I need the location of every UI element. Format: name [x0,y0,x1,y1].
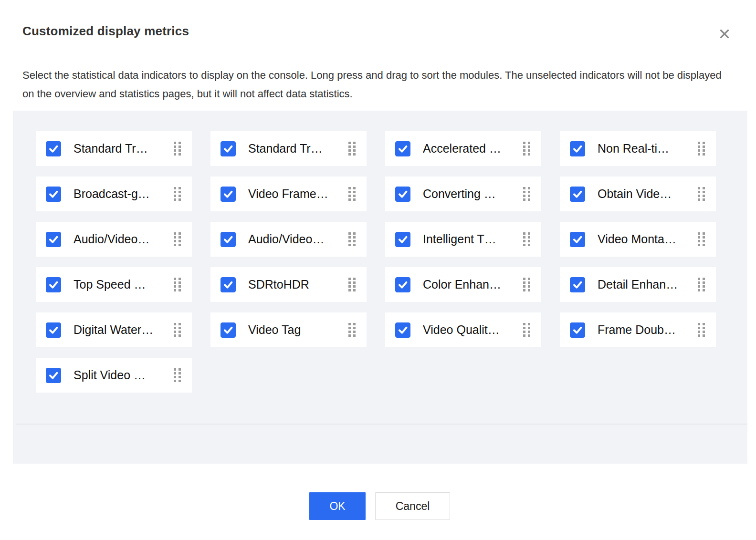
drag-handle-icon[interactable] [348,187,356,201]
checkbox[interactable] [46,277,61,292]
checkbox[interactable] [46,187,61,202]
drag-handle-icon[interactable] [523,232,530,246]
metrics-grid: Standard Tr… Standard Tr… Accelerated … [36,131,716,393]
check-icon [396,142,410,156]
check-icon [47,233,60,246]
metric-item[interactable]: Converting … [385,177,541,211]
metric-item[interactable]: Audio/Video… [36,222,192,257]
checkbox[interactable] [570,322,585,338]
drag-handle-icon[interactable] [174,232,181,246]
check-icon [571,278,584,291]
checkbox[interactable] [395,141,410,156]
metric-item[interactable]: Detail Enhan… [560,267,716,302]
metric-item[interactable]: Non Real-ti… [560,131,716,166]
checkbox[interactable] [220,232,236,247]
cancel-button[interactable]: Cancel [375,492,450,520]
metric-label: SDRtoHDR [248,278,309,291]
drag-handle-icon[interactable] [174,323,181,337]
checkbox[interactable] [46,141,61,156]
drag-handle-icon[interactable] [523,187,530,201]
check-icon [221,323,235,337]
drag-handle-icon[interactable] [523,323,530,337]
metric-item[interactable]: Top Speed … [36,267,192,302]
drag-handle-icon[interactable] [174,278,181,291]
metric-item[interactable]: Video Tag [210,312,367,347]
checkbox[interactable] [46,368,61,383]
checkbox[interactable] [395,322,410,338]
drag-handle-icon[interactable] [174,187,181,201]
metric-item[interactable]: Split Video … [36,358,192,393]
check-icon [396,233,410,246]
metric-item[interactable]: Color Enhan… [385,267,541,302]
drag-handle-icon[interactable] [174,142,181,156]
metric-item[interactable]: Intelligent T… [385,222,541,257]
drag-handle-icon[interactable] [348,142,356,156]
drag-handle-icon[interactable] [523,278,530,291]
checkbox[interactable] [570,141,585,156]
metric-label: Top Speed … [74,278,146,291]
drag-handle-icon[interactable] [174,368,181,382]
checkbox[interactable] [395,232,410,247]
drag-handle-icon[interactable] [698,323,705,337]
check-icon [396,278,410,291]
check-icon [571,323,584,337]
metric-item[interactable]: Video Qualit… [385,312,541,347]
drag-handle-icon[interactable] [523,142,530,156]
check-icon [571,142,584,156]
metric-label: Non Real-ti… [598,142,669,156]
metric-label: Video Tag [248,323,301,337]
drag-handle-icon[interactable] [348,323,356,337]
checkbox[interactable] [395,187,410,202]
metric-item[interactable]: Obtain Vide… [560,177,716,211]
ok-button[interactable]: OK [309,492,366,520]
metric-item[interactable]: Video Frame… [210,177,367,211]
close-icon [717,27,732,41]
metric-label: Frame Doub… [598,323,676,337]
metric-item[interactable]: Frame Doub… [560,312,716,347]
metric-label: Video Frame… [248,187,328,201]
check-icon [221,278,235,291]
checkbox[interactable] [570,232,585,247]
drag-handle-icon[interactable] [348,278,356,291]
drag-handle-icon[interactable] [348,232,356,246]
checkbox[interactable] [220,187,236,202]
metric-item[interactable]: Digital Water… [36,312,192,347]
check-icon [396,323,410,337]
metric-item[interactable]: Standard Tr… [36,131,192,166]
metric-label: Obtain Vide… [598,187,672,201]
checkbox[interactable] [570,187,585,202]
metric-label: Video Qualit… [423,323,500,337]
check-icon [571,187,584,201]
check-icon [221,187,235,201]
checkbox[interactable] [46,232,61,247]
check-icon [221,233,235,246]
metric-item[interactable]: Broadcast-g… [36,177,192,211]
checkbox[interactable] [46,322,61,338]
drag-handle-icon[interactable] [698,278,705,291]
check-icon [47,187,60,201]
metric-label: Standard Tr… [74,142,148,156]
metric-item[interactable]: Video Monta… [560,222,716,257]
drag-handle-icon[interactable] [698,142,705,156]
metric-label: Intelligent T… [423,232,496,246]
metric-item[interactable]: SDRtoHDR [210,267,367,302]
metric-label: Accelerated … [423,142,501,156]
metric-label: Converting … [423,187,496,201]
checkbox[interactable] [570,277,585,292]
dialog-description: Select the statistical data indicators t… [22,66,723,103]
checkbox[interactable] [220,277,236,292]
check-icon [47,369,60,382]
drag-handle-icon[interactable] [698,232,705,246]
check-icon [396,187,410,201]
checkbox[interactable] [220,141,236,156]
metric-item[interactable]: Accelerated … [385,131,541,166]
drag-handle-icon[interactable] [698,187,705,201]
metric-label: Audio/Video… [74,232,149,246]
checkbox[interactable] [220,322,236,338]
metric-label: Split Video … [74,368,146,382]
metric-item[interactable]: Audio/Video… [210,222,367,257]
metric-label: Video Monta… [598,232,676,246]
metric-item[interactable]: Standard Tr… [210,131,367,166]
close-button[interactable] [716,26,733,42]
checkbox[interactable] [395,277,410,292]
